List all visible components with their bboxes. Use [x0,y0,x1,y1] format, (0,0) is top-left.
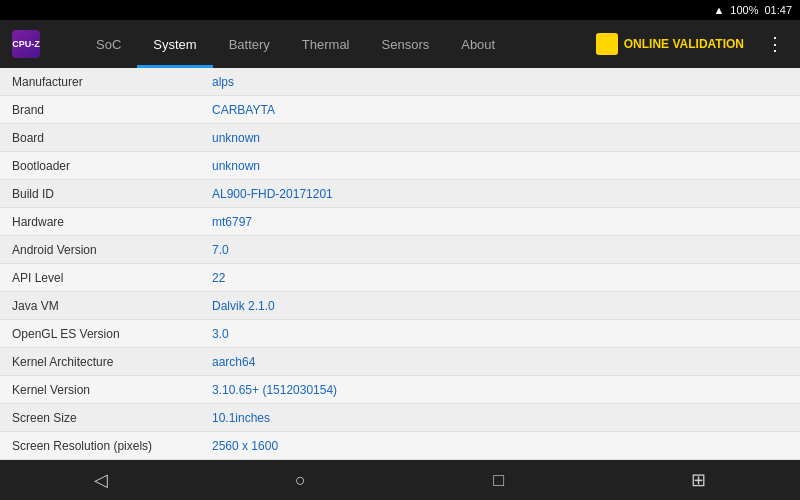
online-validation-button[interactable]: ✓ ONLINE VALIDATION [588,29,752,59]
table-row: Bootloaderunknown [0,152,800,180]
home-button[interactable]: ○ [275,466,326,495]
cpu-z-icon: CPU-Z [12,30,40,58]
wifi-icon: ▲ [713,4,724,16]
info-table: ManufactureralpsBrandCARBAYTABoardunknow… [0,68,800,460]
recents-button[interactable]: □ [473,466,524,495]
validation-icon: ✓ [596,33,618,55]
row-value: Dalvik 2.1.0 [200,294,800,318]
row-value: 2560 x 1600 [200,434,800,458]
table-row: OpenGL ES Version3.0 [0,320,800,348]
bottom-nav: ◁ ○ □ ⊞ [0,460,800,500]
tab-thermal[interactable]: Thermal [286,20,366,68]
row-value: 10.1inches [200,406,800,430]
tab-battery[interactable]: Battery [213,20,286,68]
table-row: Kernel Architectureaarch64 [0,348,800,376]
tab-about[interactable]: About [445,20,511,68]
tab-bar: SoC System Battery Thermal Sensors About [80,20,578,68]
row-label: Kernel Version [0,378,200,402]
table-row: Java VMDalvik 2.1.0 [0,292,800,320]
row-label: Hardware [0,210,200,234]
table-row: BrandCARBAYTA [0,96,800,124]
row-value: unknown [200,126,800,150]
tab-sensors[interactable]: Sensors [366,20,446,68]
row-value: 3.10.65+ (1512030154) [200,378,800,402]
row-label: Manufacturer [0,70,200,94]
row-value: AL900-FHD-20171201 [200,182,800,206]
row-label: Kernel Architecture [0,350,200,374]
row-label: Android Version [0,238,200,262]
app-logo: CPU-Z [0,30,80,58]
row-label: Board [0,126,200,150]
battery-status: 100% [730,4,758,16]
row-label: OpenGL ES Version [0,322,200,346]
table-row: API Level22 [0,264,800,292]
table-row: Build IDAL900-FHD-20171201 [0,180,800,208]
row-label: Screen Size [0,406,200,430]
table-row: Screen Size10.1inches [0,404,800,432]
back-button[interactable]: ◁ [74,465,128,495]
row-value: 22 [200,266,800,290]
row-label: Java VM [0,294,200,318]
table-row: Manufactureralps [0,68,800,96]
row-value: 3.0 [200,322,800,346]
row-label: API Level [0,266,200,290]
table-row: Hardwaremt6797 [0,208,800,236]
table-row: Screen Resolution (pixels)2560 x 1600 [0,432,800,460]
nav-right: ✓ ONLINE VALIDATION ⋮ [578,29,800,59]
row-label: Brand [0,98,200,122]
row-value: CARBAYTA [200,98,800,122]
row-value: aarch64 [200,350,800,374]
tab-soc[interactable]: SoC [80,20,137,68]
screenshot-button[interactable]: ⊞ [671,465,726,495]
status-bar: ▲ 100% 01:47 [0,0,800,20]
top-nav: CPU-Z SoC System Battery Thermal Sensors… [0,20,800,68]
row-value: alps [200,70,800,94]
table-row: Android Version7.0 [0,236,800,264]
row-value: 7.0 [200,238,800,262]
row-label: Build ID [0,182,200,206]
system-info-content: ManufactureralpsBrandCARBAYTABoardunknow… [0,68,800,460]
more-options-button[interactable]: ⋮ [760,29,790,59]
table-row: Kernel Version3.10.65+ (1512030154) [0,376,800,404]
time: 01:47 [764,4,792,16]
row-value: unknown [200,154,800,178]
row-value: mt6797 [200,210,800,234]
tab-system[interactable]: System [137,20,212,68]
row-label: Bootloader [0,154,200,178]
table-row: Boardunknown [0,124,800,152]
row-label: Screen Resolution (pixels) [0,434,200,458]
